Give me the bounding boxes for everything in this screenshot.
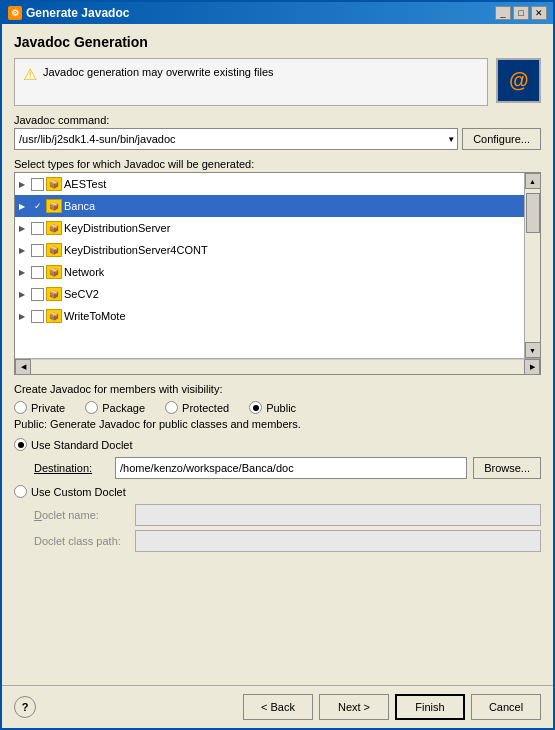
expand-icon: ▶ [19,180,29,189]
expand-icon: ▶ [19,246,29,255]
radio-protected[interactable]: Protected [165,401,229,414]
radio-label: Private [31,402,65,414]
radio-circle [249,401,262,414]
scroll-thumb[interactable] [526,193,540,233]
doclet-name-row: Doclet name: [34,504,541,526]
package-icon: 📦 [46,287,62,301]
tree-item[interactable]: ▶ 📦 Network [15,261,524,283]
close-button[interactable]: ✕ [531,6,547,20]
doclet-section: Use Standard Doclet Destination: Browse.… [14,438,541,552]
warning-box: ⚠ Javadoc generation may overwrite exist… [14,58,488,106]
horiz-track[interactable] [31,360,524,374]
maximize-button[interactable]: □ [513,6,529,20]
expand-icon: ▶ [19,290,29,299]
warning-icon: ⚠ [23,65,37,84]
item-label: Banca [64,200,95,212]
back-button[interactable]: < Back [243,694,313,720]
visibility-options: Private Package Protected Public [14,401,541,414]
doclet-name-label: Doclet name: [34,509,129,521]
next-button[interactable]: Next > [319,694,389,720]
checkbox[interactable]: ✓ [31,200,44,213]
visibility-note: Public: Generate Javadoc for public clas… [14,418,541,430]
expand-icon: ▶ [19,224,29,233]
tree-item[interactable]: ▶ 📦 AESTest [15,173,524,195]
content-area: Javadoc Generation ⚠ Javadoc generation … [2,24,553,685]
page-title: Javadoc Generation [14,34,541,50]
scroll-right-button[interactable]: ▶ [524,359,540,375]
checkbox[interactable] [31,222,44,235]
javadoc-command-select[interactable]: /usr/lib/j2sdk1.4-sun/bin/javadoc ▼ [14,128,458,150]
doclet-classpath-input [135,530,541,552]
radio-label: Public [266,402,296,414]
radio-circle [165,401,178,414]
finish-button[interactable]: Finish [395,694,465,720]
warning-text: Javadoc generation may overwrite existin… [43,65,274,80]
checkbox[interactable] [31,288,44,301]
tree-list: ▶ 📦 AESTest ▶ ✓ 📦 Banca [15,173,524,358]
types-tree: ▶ 📦 AESTest ▶ ✓ 📦 Banca [15,173,540,358]
help-button[interactable]: ? [14,696,36,718]
window-title: Generate Javadoc [26,6,129,20]
visibility-section: Create Javadoc for members with visibili… [14,383,541,430]
radio-label: Package [102,402,145,414]
title-bar-left: ⚙ Generate Javadoc [8,6,129,20]
command-row: /usr/lib/j2sdk1.4-sun/bin/javadoc ▼ Conf… [14,128,541,150]
doclet-classpath-row: Doclet class path: [34,530,541,552]
item-label: AESTest [64,178,106,190]
item-label: WriteToMote [64,310,126,322]
command-value: /usr/lib/j2sdk1.4-sun/bin/javadoc [19,133,176,145]
standard-doclet-option: Use Standard Doclet [14,438,541,451]
types-label: Select types for which Javadoc will be g… [14,158,541,170]
destination-row: Destination: Browse... [34,457,541,479]
custom-doclet-label: Use Custom Doclet [31,486,126,498]
browse-button[interactable]: Browse... [473,457,541,479]
package-icon: 📦 [46,243,62,257]
radio-circle [14,401,27,414]
tree-item[interactable]: ▶ 📦 KeyDistributionServer [15,217,524,239]
radio-package[interactable]: Package [85,401,145,414]
standard-doclet-label: Use Standard Doclet [31,439,133,451]
radio-public[interactable]: Public [249,401,296,414]
expand-icon: ▶ [19,312,29,321]
tree-item[interactable]: ▶ 📦 SeCV2 [15,283,524,305]
radio-selected-dot [253,405,259,411]
package-icon: 📦 [46,177,62,191]
radio-label: Protected [182,402,229,414]
scroll-track[interactable] [525,189,540,342]
vertical-scrollbar[interactable]: ▲ ▼ [524,173,540,358]
javadoc-command-label: Javadoc command: [14,114,541,126]
window-icon: ⚙ [8,6,22,20]
checkbox[interactable] [31,266,44,279]
configure-button[interactable]: Configure... [462,128,541,150]
checkbox[interactable] [31,178,44,191]
scroll-up-button[interactable]: ▲ [525,173,541,189]
minimize-button[interactable]: _ [495,6,511,20]
tree-item[interactable]: ▶ 📦 WriteToMote [15,305,524,327]
package-icon: 📦 [46,265,62,279]
destination-input[interactable] [115,457,467,479]
expand-icon: ▶ [19,202,29,211]
main-window: ⚙ Generate Javadoc _ □ ✕ Javadoc Generat… [0,0,555,730]
types-section: Select types for which Javadoc will be g… [14,158,541,375]
doclet-classpath-label: Doclet class path: [34,535,129,547]
expand-icon: ▶ [19,268,29,277]
scroll-left-button[interactable]: ◀ [15,359,31,375]
title-controls: _ □ ✕ [495,6,547,20]
cancel-button[interactable]: Cancel [471,694,541,720]
horizontal-scrollbar[interactable]: ◀ ▶ [15,358,540,374]
warning-area: ⚠ Javadoc generation may overwrite exist… [14,58,541,106]
tree-item[interactable]: ▶ ✓ 📦 Banca [15,195,524,217]
javadoc-logo: @ [496,58,541,103]
bottom-spacer [14,560,541,675]
tree-item[interactable]: ▶ 📦 KeyDistributionServer4CONT [15,239,524,261]
checkbox[interactable] [31,244,44,257]
scroll-down-button[interactable]: ▼ [525,342,541,358]
package-icon: 📦 [46,221,62,235]
standard-doclet-radio[interactable] [14,438,27,451]
custom-doclet-radio[interactable] [14,485,27,498]
button-bar: ? < Back Next > Finish Cancel [2,685,553,728]
radio-private[interactable]: Private [14,401,65,414]
custom-doclet-option: Use Custom Doclet [14,485,541,498]
checkbox[interactable] [31,310,44,323]
package-icon: 📦 [46,309,62,323]
